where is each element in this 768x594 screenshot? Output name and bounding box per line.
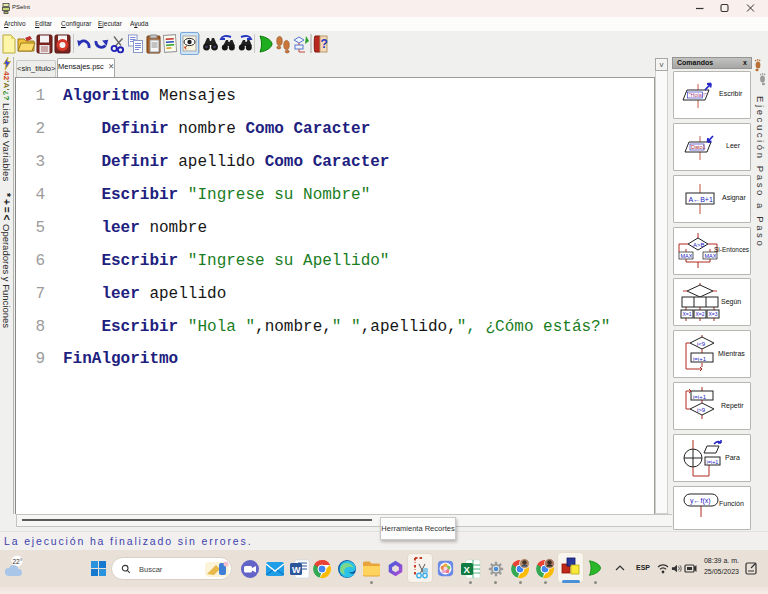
svg-text:i=i+1: i=i+1 bbox=[693, 394, 707, 400]
svg-text:X: X bbox=[464, 564, 471, 575]
svg-text:?: ? bbox=[321, 37, 328, 51]
svg-text:i<9: i<9 bbox=[697, 341, 706, 347]
svg-text:MAX: MAX bbox=[681, 253, 693, 259]
svg-text:W: W bbox=[292, 565, 301, 575]
svg-text:i=i+1: i=i+1 bbox=[693, 356, 707, 362]
svg-text:X=2: X=2 bbox=[696, 311, 705, 317]
svg-text:"Hola !": "Hola !" bbox=[689, 92, 707, 98]
svg-text:y←f(x): y←f(x) bbox=[690, 497, 711, 505]
svg-text:i>9: i>9 bbox=[697, 407, 706, 413]
svg-text:i=i+1: i=i+1 bbox=[707, 459, 719, 465]
svg-text:MAX: MAX bbox=[705, 253, 717, 259]
svg-text:22°: 22° bbox=[13, 558, 23, 565]
svg-text:X=1: X=1 bbox=[683, 311, 692, 317]
svg-text:Dato1: Dato1 bbox=[691, 144, 706, 150]
svg-text:A>B: A>B bbox=[693, 242, 705, 248]
svg-text:A←B+1: A←B+1 bbox=[689, 196, 713, 203]
svg-text:X=3: X=3 bbox=[709, 311, 718, 317]
